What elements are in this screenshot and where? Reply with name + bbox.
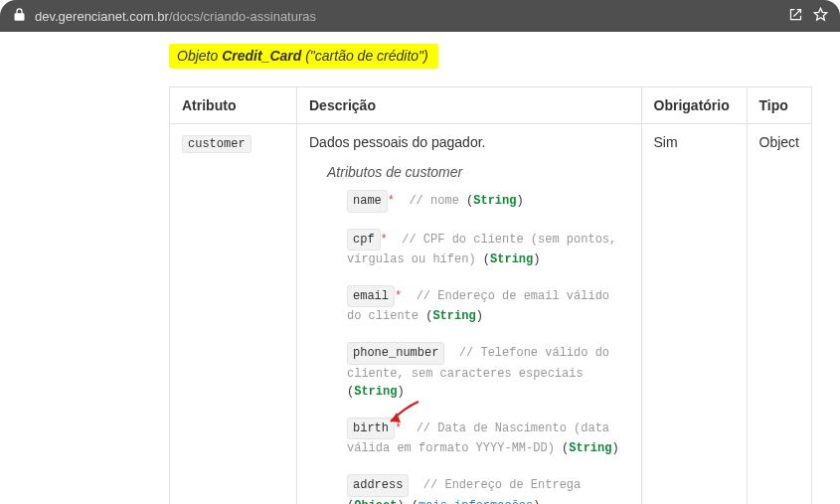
url-host: dev.gerencianet.com.br	[35, 9, 169, 24]
required-mark: *	[395, 289, 402, 303]
attr-phone-number: phone_number // Telefone válido do clien…	[347, 342, 629, 402]
cell-atributo: customer	[170, 124, 297, 505]
attr-chip-customer: customer	[182, 135, 252, 153]
attr-cpf: cpf* // CPF do cliente (sem pontos, vírg…	[347, 229, 629, 269]
attr-birth: birth* // Data de Nascimento (data válid…	[347, 418, 629, 458]
chip-email: email	[347, 285, 395, 308]
link-address-mais-info[interactable]: mais informações	[419, 499, 533, 504]
chip-cpf: cpf	[347, 229, 381, 252]
attr-address: address // Endereço de Entrega (Object) …	[347, 474, 629, 504]
url-path: /docs/criando-assinaturas	[169, 9, 316, 24]
required-mark: *	[388, 194, 395, 208]
highlight-prefix: Objeto	[177, 48, 222, 64]
attr-email: email* // Endereço de email válido do cl…	[347, 285, 629, 326]
url-display: dev.gerencianet.com.br/docs/criando-assi…	[12, 7, 778, 25]
chip-phone-number: phone_number	[347, 342, 444, 365]
th-tipo: Tipo	[747, 87, 811, 124]
page-content: Objeto Credit_Card ("cartão de crédito")…	[0, 32, 840, 504]
chip-address: address	[347, 474, 409, 497]
highlight-bold: Credit_Card	[222, 48, 301, 64]
lock-icon	[12, 7, 27, 25]
th-descricao: Descrição	[297, 87, 642, 124]
required-mark: *	[381, 233, 388, 247]
th-obrigatorio: Obrigatório	[641, 87, 747, 124]
star-icon[interactable]	[813, 7, 828, 25]
attr-name: name* // nome (String)	[347, 190, 629, 213]
chip-birth: birth	[347, 418, 395, 440]
customer-attr-list: name* // nome (String) cpf* // CPF do cl…	[347, 190, 629, 504]
highlight-banner: Objeto Credit_Card ("cartão de crédito")	[169, 44, 438, 69]
th-atributo: Atributo	[170, 87, 297, 124]
highlight-suffix: ("cartão de crédito")	[301, 48, 427, 64]
chip-name: name	[347, 190, 388, 213]
address-bar[interactable]: dev.gerencianet.com.br/docs/criando-assi…	[0, 0, 840, 32]
cell-descricao: Dados pessoais do pagador. Atributos de …	[297, 124, 642, 505]
attributes-table: Atributo Descrição Obrigatório Tipo cust…	[169, 86, 812, 504]
desc-subheading: Atributos de customer	[327, 164, 629, 180]
table-header-row: Atributo Descrição Obrigatório Tipo	[170, 87, 812, 124]
cell-obrigatorio: Sim	[641, 124, 747, 505]
share-icon[interactable]	[788, 7, 803, 25]
desc-lead: Dados pessoais do pagador.	[309, 134, 629, 150]
table-row: customer Dados pessoais do pagador. Atri…	[170, 124, 812, 505]
cell-tipo: Object	[747, 124, 811, 505]
required-mark: *	[395, 421, 402, 435]
